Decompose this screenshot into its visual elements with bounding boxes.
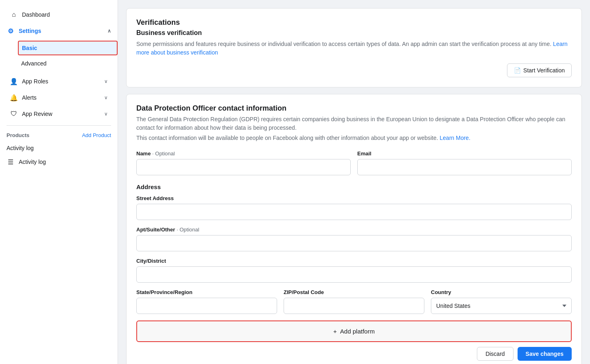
- add-platform-label: Add platform: [340, 328, 375, 335]
- discard-button[interactable]: Discard: [477, 347, 513, 361]
- sidebar-item-settings[interactable]: ⚙ Settings ∧: [0, 23, 118, 39]
- sidebar-item-app-roles-label: App Roles: [22, 78, 48, 85]
- products-row: Products Add Product: [0, 129, 118, 142]
- sidebar-item-alerts[interactable]: 🔔 Alerts ∨: [3, 89, 114, 106]
- dpo-card: Data Protection Officer contact informat…: [126, 94, 582, 364]
- start-verification-label: Start Verification: [523, 67, 565, 74]
- save-button[interactable]: Save changes: [518, 347, 572, 361]
- dpo-learn-more-link[interactable]: Learn More.: [440, 135, 470, 141]
- name-input[interactable]: [136, 159, 351, 175]
- apt-label: Apt/Suite/Other · Optional: [136, 227, 572, 233]
- state-input[interactable]: [136, 298, 277, 314]
- sidebar-item-dashboard[interactable]: ⌂ Dashboard: [3, 7, 114, 23]
- sidebar-subitem-advanced-label: Advanced: [21, 60, 46, 67]
- sidebar: ⌂ Dashboard ⚙ Settings ∧ Basic Advanced …: [0, 0, 118, 364]
- dashboard-icon: ⌂: [10, 11, 18, 19]
- add-platform-button[interactable]: + Add platform: [136, 320, 572, 342]
- sidebar-divider: [7, 125, 111, 126]
- dpo-desc2: This contact information will be availab…: [136, 134, 572, 142]
- business-verification-subtitle: Business verification: [136, 29, 572, 37]
- dpo-title: Data Protection Officer contact informat…: [136, 104, 572, 113]
- discard-label: Discard: [485, 351, 505, 357]
- chevron-down-icon: ∨: [104, 78, 108, 84]
- sidebar-item-app-review-label: App Review: [22, 111, 52, 117]
- apt-optional: · Optional: [177, 227, 199, 233]
- name-email-row: Name · Optional Email: [136, 150, 572, 175]
- apt-group: Apt/Suite/Other · Optional: [136, 227, 572, 251]
- activity-log-icon-label: Activity log: [19, 159, 46, 165]
- main-content: Verifications Business verification Some…: [118, 0, 590, 364]
- chevron-down-icon-alerts: ∨: [104, 95, 108, 100]
- country-group: Country United States Canada United King…: [431, 289, 572, 314]
- address-section: Address Street Address Apt/Suite/Other ·…: [136, 183, 572, 314]
- verifications-title: Verifications: [136, 18, 572, 27]
- sidebar-item-app-review[interactable]: 🛡 App Review ∨: [3, 106, 114, 122]
- sidebar-item-activity-log-icon[interactable]: ☰ Activity log: [0, 155, 118, 169]
- sidebar-subitem-advanced[interactable]: Advanced: [18, 57, 118, 70]
- apt-input[interactable]: [136, 235, 572, 251]
- email-label: Email: [357, 150, 572, 157]
- zip-input[interactable]: [284, 298, 424, 314]
- chevron-up-icon: ∧: [107, 28, 111, 34]
- state-group: State/Province/Region: [136, 289, 277, 314]
- start-verification-row: 📄 Start Verification: [136, 63, 572, 77]
- zip-group: ZIP/Postal Code: [284, 289, 424, 314]
- shield-icon: 🛡: [10, 110, 18, 118]
- email-field-group: Email: [357, 150, 572, 175]
- street-address-label: Street Address: [136, 195, 572, 201]
- bell-icon: 🔔: [10, 94, 18, 102]
- name-label: Name · Optional: [136, 150, 351, 157]
- city-group: City/District: [136, 258, 572, 283]
- country-select[interactable]: United States Canada United Kingdom Germ…: [431, 298, 572, 314]
- sidebar-item-dashboard-label: Dashboard: [22, 11, 50, 18]
- business-verification-desc: Some permissions and features require bu…: [136, 40, 572, 57]
- name-field-group: Name · Optional: [136, 150, 351, 175]
- sidebar-subitem-basic[interactable]: Basic: [18, 41, 118, 55]
- chevron-down-icon-review: ∨: [104, 111, 108, 117]
- state-label: State/Province/Region: [136, 289, 277, 295]
- settings-submenu: Basic Advanced: [0, 39, 118, 72]
- footer-row: Discard Save changes: [136, 342, 572, 362]
- street-address-input[interactable]: [136, 204, 572, 220]
- gear-icon: ⚙: [7, 27, 15, 35]
- add-platform-icon: +: [333, 328, 337, 335]
- street-address-group: Street Address: [136, 195, 572, 220]
- sidebar-item-activity-log-plain[interactable]: Activity log: [0, 142, 118, 155]
- name-optional: · Optional: [152, 150, 175, 157]
- city-input[interactable]: [136, 266, 572, 283]
- city-label: City/District: [136, 258, 572, 264]
- add-product-link[interactable]: Add Product: [82, 132, 111, 138]
- zip-label: ZIP/Postal Code: [284, 289, 424, 295]
- state-zip-country-row: State/Province/Region ZIP/Postal Code Co…: [136, 289, 572, 314]
- activity-log-plain-label: Activity log: [7, 145, 34, 151]
- verifications-card: Verifications Business verification Some…: [126, 8, 582, 87]
- sidebar-subitem-basic-label: Basic: [22, 45, 37, 51]
- list-icon: ☰: [7, 158, 15, 166]
- dpo-desc1: The General Data Protection Regulation (…: [136, 115, 572, 132]
- country-label: Country: [431, 289, 572, 295]
- address-title: Address: [136, 183, 572, 190]
- sidebar-item-settings-label: Settings: [19, 28, 41, 34]
- person-icon: 👤: [10, 77, 18, 85]
- save-label: Save changes: [526, 351, 564, 357]
- products-label: Products: [7, 132, 29, 138]
- start-verification-button[interactable]: 📄 Start Verification: [507, 63, 572, 77]
- start-verification-icon: 📄: [514, 67, 521, 74]
- email-input[interactable]: [357, 159, 572, 175]
- sidebar-item-alerts-label: Alerts: [22, 94, 37, 101]
- name-email-section: Name · Optional Email: [136, 150, 572, 175]
- sidebar-item-app-roles[interactable]: 👤 App Roles ∨: [3, 73, 114, 89]
